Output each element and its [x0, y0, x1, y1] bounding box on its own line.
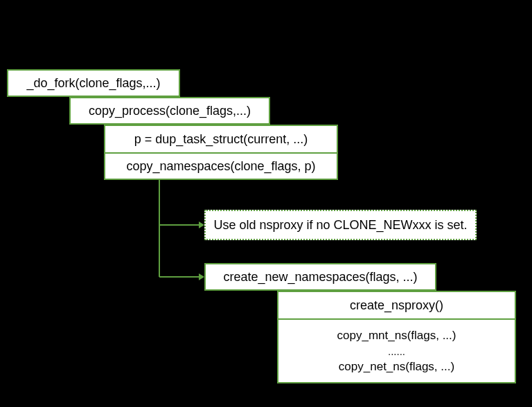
copy-process-label: copy_process(clone_flags,...) [89, 104, 251, 118]
dup-copy-box: p = dup_task_struct(current, ...) copy_n… [104, 125, 338, 180]
ellipsis-label: ...... [388, 344, 405, 359]
create-nsproxy-label: create_nsproxy() [350, 298, 443, 313]
nsproxy-copy-box: create_nsproxy() copy_mnt_ns(flags, ...)… [277, 291, 516, 383]
old-nsproxy-box: Use old nsproxy if no CLONE_NEWxxx is se… [204, 210, 477, 240]
do-fork-label: _do_fork(clone_flags,...) [26, 76, 160, 91]
old-nsproxy-label: Use old nsproxy if no CLONE_NEWxxx is se… [213, 218, 467, 233]
create-new-ns-box: create_new_namespaces(flags, ...) [204, 263, 436, 291]
dup-task-label: p = dup_task_struct(current, ...) [134, 132, 308, 147]
create-new-ns-label: create_new_namespaces(flags, ...) [223, 270, 417, 284]
copy-namespaces-label: copy_namespaces(clone_flags, p) [126, 159, 315, 174]
svg-marker-4 [199, 273, 204, 280]
svg-marker-2 [199, 221, 204, 228]
copy-net-ns-label: copy_net_ns(flags, ...) [339, 359, 454, 375]
copy-process-box: copy_process(clone_flags,...) [69, 97, 270, 125]
do-fork-box: _do_fork(clone_flags,...) [7, 69, 180, 97]
copy-mnt-ns-label: copy_mnt_ns(flags, ...) [337, 327, 456, 344]
